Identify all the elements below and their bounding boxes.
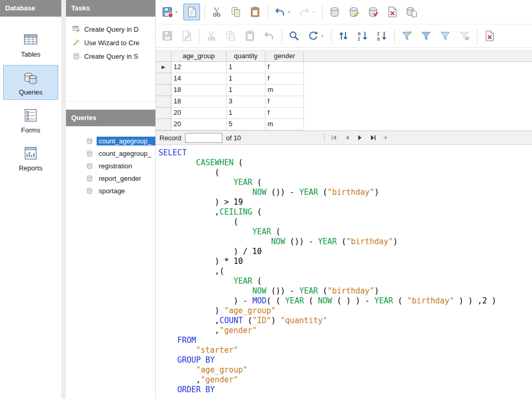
standard-filter-button[interactable] bbox=[437, 28, 454, 44]
last-record-button[interactable] bbox=[367, 132, 379, 144]
find-record-button[interactable] bbox=[286, 28, 302, 44]
svg-text:z: z bbox=[358, 36, 361, 42]
grid-cell[interactable]: 3 bbox=[227, 96, 265, 108]
run-query-button[interactable] bbox=[326, 4, 343, 20]
query-list-item-report-gender[interactable]: report_gender bbox=[86, 173, 155, 184]
apply-filter-button[interactable] bbox=[418, 28, 434, 44]
grid-cell[interactable]: m bbox=[265, 85, 304, 96]
grid-cell[interactable]: m bbox=[265, 119, 304, 130]
grid-cell[interactable]: 1 bbox=[227, 73, 265, 85]
grid-cell[interactable]: 14 bbox=[171, 73, 227, 85]
copy-button[interactable] bbox=[228, 4, 244, 20]
sql-line: YEAR ( bbox=[158, 178, 532, 188]
paste-button[interactable] bbox=[247, 4, 263, 20]
reports-icon bbox=[23, 145, 38, 161]
grid-cell[interactable]: f bbox=[265, 73, 304, 85]
reset-filter-button[interactable] bbox=[456, 28, 473, 44]
grid-cell[interactable]: 20 bbox=[171, 108, 227, 119]
grid-cell[interactable]: 20 bbox=[171, 119, 227, 130]
redo-button[interactable] bbox=[296, 4, 318, 20]
new-record-button[interactable] bbox=[380, 132, 392, 144]
undo-data-button[interactable] bbox=[261, 28, 277, 44]
grid-cell[interactable]: f bbox=[265, 108, 304, 119]
refresh-button[interactable] bbox=[305, 28, 327, 44]
next-record-button[interactable] bbox=[354, 132, 366, 144]
task-item-use-wizard-to-cre[interactable]: Use Wizard to Cre bbox=[72, 38, 155, 47]
edit-data-button[interactable] bbox=[178, 28, 195, 44]
sidebar-item-queries[interactable]: Queries bbox=[3, 65, 58, 100]
cut-button[interactable] bbox=[208, 4, 225, 20]
task-item-create-query-in-s[interactable]: Create Query in S bbox=[72, 51, 155, 61]
dropdown-arrow-icon[interactable] bbox=[311, 10, 316, 15]
row-header[interactable] bbox=[156, 108, 171, 119]
middle-column: Tasks Create Query in DUse Wizard to Cre… bbox=[66, 0, 156, 399]
grid-cell[interactable]: 5 bbox=[227, 119, 265, 130]
row-header[interactable] bbox=[156, 119, 171, 130]
grid-cell[interactable]: 12 bbox=[171, 62, 227, 73]
query-list-item-registration[interactable]: registration bbox=[86, 161, 155, 171]
grid-cell[interactable]: 18 bbox=[171, 96, 227, 108]
pane-splitter[interactable] bbox=[61, 0, 66, 399]
record-nav-buttons bbox=[328, 132, 392, 144]
sql-editor[interactable]: SELECT CASEWHEN ( ( YEAR ( NOW ()) - YEA… bbox=[156, 145, 532, 399]
row-header[interactable]: ▶ bbox=[156, 62, 171, 73]
autofilter-button[interactable] bbox=[398, 28, 415, 44]
grid-corner-cell[interactable] bbox=[156, 51, 171, 62]
sort-ascending-button[interactable]: az bbox=[354, 28, 371, 44]
sort-button[interactable] bbox=[335, 28, 352, 44]
save-button[interactable] bbox=[159, 4, 181, 20]
previous-record-button[interactable] bbox=[341, 132, 353, 144]
copy-data-button[interactable] bbox=[222, 28, 239, 44]
query-item-label: count_agegroup_ bbox=[97, 149, 155, 158]
table-row: 181m bbox=[156, 85, 532, 96]
grid-cell[interactable]: f bbox=[265, 62, 304, 73]
query-list-item-count-agegroup[interactable]: count_agegroup_ bbox=[86, 148, 155, 159]
tables-icon bbox=[23, 32, 38, 47]
first-record-button[interactable] bbox=[328, 132, 340, 144]
sort-descending-button[interactable]: za bbox=[374, 28, 390, 44]
grid-row-filler bbox=[304, 108, 532, 119]
dropdown-arrow-icon[interactable] bbox=[174, 10, 179, 15]
column-header-gender[interactable]: gender bbox=[265, 51, 304, 62]
row-header[interactable] bbox=[156, 85, 171, 96]
dropdown-arrow-icon[interactable] bbox=[320, 34, 325, 38]
grid-cell[interactable]: 1 bbox=[227, 62, 265, 73]
sidebar-item-tables[interactable]: Tables bbox=[3, 27, 58, 62]
clear-query-button[interactable] bbox=[345, 4, 362, 20]
queries-pane-header: Queries bbox=[66, 110, 155, 126]
data-to-text-button[interactable] bbox=[481, 28, 498, 44]
grid-cell[interactable]: 1 bbox=[227, 108, 265, 119]
query-item-label: sportage bbox=[97, 187, 155, 195]
column-header-quantity[interactable]: quantity bbox=[227, 51, 265, 62]
grid-cell[interactable]: f bbox=[265, 96, 304, 108]
run-sql-directly-button[interactable] bbox=[365, 4, 381, 20]
tasks-pane: Tasks Create Query in DUse Wizard to Cre… bbox=[66, 0, 155, 102]
record-number-input[interactable] bbox=[185, 133, 222, 143]
paste-data-button[interactable] bbox=[242, 28, 258, 44]
undo-button[interactable] bbox=[272, 4, 294, 20]
task-item-create-query-in-d[interactable]: Create Query in D bbox=[72, 24, 155, 34]
column-header-age-group[interactable]: age_group bbox=[171, 51, 227, 62]
add-table-button[interactable] bbox=[403, 4, 420, 20]
sidebar-item-forms[interactable]: Forms bbox=[3, 103, 58, 138]
new-doc-icon bbox=[185, 6, 198, 18]
db-doc-icon bbox=[405, 6, 418, 18]
query-view: azza age_groupquantitygender▶121f141f181… bbox=[156, 0, 532, 399]
new-document-button[interactable] bbox=[183, 4, 200, 20]
cut-data-button[interactable] bbox=[203, 28, 220, 44]
row-header[interactable] bbox=[156, 96, 171, 108]
grid-cell[interactable]: 1 bbox=[227, 85, 265, 96]
design-view-toggle-button[interactable] bbox=[384, 4, 401, 20]
query-list-item-count-agegroup[interactable]: count_agegroup_ bbox=[86, 136, 155, 147]
query-list-item-sportage[interactable]: sportage bbox=[86, 185, 155, 196]
sidebar-item-label: Forms bbox=[21, 126, 41, 134]
grid-cell[interactable]: 18 bbox=[171, 85, 227, 96]
row-header[interactable] bbox=[156, 73, 171, 85]
next-icon bbox=[356, 134, 364, 142]
sql-line: "starter" bbox=[158, 345, 532, 355]
sql-line: ,"gender" bbox=[158, 375, 532, 385]
save-record-button[interactable] bbox=[159, 28, 176, 44]
dropdown-arrow-icon[interactable] bbox=[287, 10, 291, 15]
sidebar-item-reports[interactable]: Reports bbox=[3, 141, 58, 176]
record-bar-separator bbox=[324, 133, 325, 142]
